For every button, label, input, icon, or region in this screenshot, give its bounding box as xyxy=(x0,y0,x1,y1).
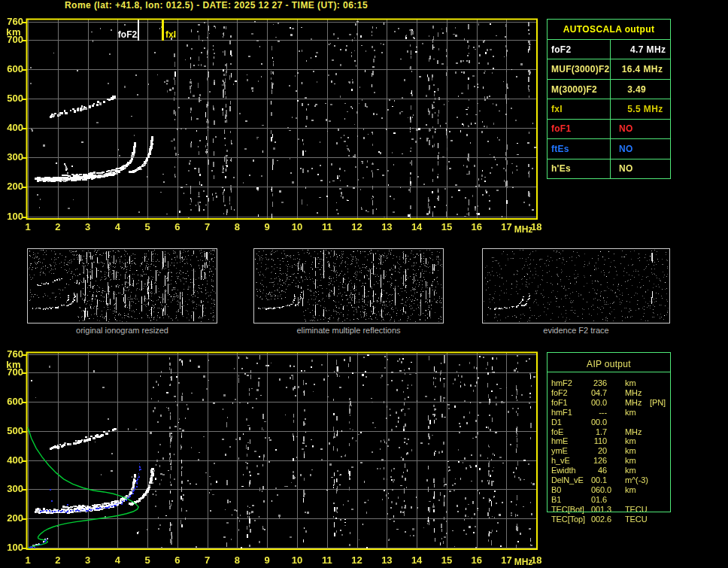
aip-unit: MHz xyxy=(625,427,650,437)
x-tick-label-bot: 12 xyxy=(346,555,369,565)
x-tick-label-bot: 6 xyxy=(166,555,189,565)
aip-value: 00.0 xyxy=(591,398,607,408)
aip-row-fof2: foF204.7MHz xyxy=(551,388,666,398)
autoscala-row-label: foF2 xyxy=(548,40,611,59)
x-tick-label-top: 1 xyxy=(17,222,39,232)
aip-value: 20 xyxy=(591,446,607,456)
autoscala-row-value: 4.7 MHz xyxy=(611,44,670,55)
y-tick-label-bot: 200 xyxy=(0,513,23,524)
aip-row-foe: foE1.7MHz xyxy=(551,427,666,437)
aip-value: 126 xyxy=(591,456,607,466)
y-tick-label-bot: 500 xyxy=(0,426,23,436)
aip-value: 00.0 xyxy=(591,418,607,427)
thumbnail-evidence-f2-trace xyxy=(482,248,670,323)
x-tick-label-top: 4 xyxy=(106,222,129,232)
y-tick-label-bot: 300 xyxy=(0,484,23,494)
autoscala-row-value: 3.49 xyxy=(611,84,670,95)
aip-value: --- xyxy=(591,408,607,418)
x-tick-label-bot: 13 xyxy=(375,555,398,565)
thumbnail-caption-original: original ionogram resized xyxy=(27,326,217,336)
aip-row-b0: B0060.0km xyxy=(551,485,666,495)
x-tick-label-top: 7 xyxy=(196,222,219,232)
aip-unit: km xyxy=(625,408,650,418)
autoscala-row-value: NO xyxy=(611,144,670,154)
aip-name: foF1 xyxy=(551,398,591,408)
y-tick-label-bot: 600 xyxy=(0,396,23,407)
autoscala-table-title: AUTOSCALA output xyxy=(548,20,670,40)
thumbnail-eliminate-reflections xyxy=(253,248,444,323)
autoscala-row-ftes: ftEsNO xyxy=(548,139,670,159)
y-tick-label-top: 100 xyxy=(0,211,23,222)
y-tick-label-top: 600 xyxy=(0,64,23,74)
aip-table-title: AIP output xyxy=(547,352,671,372)
aip-unit: TECU xyxy=(625,505,650,515)
autoscala-output-table: AUTOSCALA output foF2 4.7 MHzMUF(3000)F2… xyxy=(547,19,671,179)
aip-value: 110 xyxy=(591,436,607,446)
aip-value: 46 xyxy=(591,466,607,475)
x-tick-label-bot: 15 xyxy=(435,555,458,565)
aip-name: DelN_vE xyxy=(551,475,591,485)
y-axis-name-top: km xyxy=(0,27,21,38)
x-axis-name-bot: MHz xyxy=(512,557,535,567)
aip-name: TEC[Top] xyxy=(551,515,591,524)
y-tick-label-top: 760 xyxy=(0,17,23,27)
y-axis-name-bot: km xyxy=(0,360,21,370)
x-tick-label-top: 16 xyxy=(466,222,488,232)
thumbnail-original-ionogram xyxy=(27,248,217,323)
aip-name: B0 xyxy=(551,485,591,495)
x-tick-label-top: 14 xyxy=(405,222,428,232)
aip-name: ymE xyxy=(551,446,591,456)
aip-row-tectop: TEC[Top]002.6TECU xyxy=(551,515,666,524)
autoscala-row-label: h'Es xyxy=(548,159,611,178)
x-tick-label-top: 11 xyxy=(316,222,338,232)
aip-unit: km xyxy=(625,436,650,446)
x-tick-label-bot: 8 xyxy=(226,555,248,565)
aip-value: 00.1 xyxy=(591,475,607,485)
aip-unit: MHz xyxy=(625,398,650,408)
x-tick-label-top: 10 xyxy=(286,222,308,232)
x-tick-label-top: 6 xyxy=(166,222,189,232)
autoscala-row-m3000f2: M(3000)F2 3.49 xyxy=(548,80,670,99)
aip-value: 236 xyxy=(591,378,607,388)
aip-unit: km xyxy=(625,378,650,388)
x-tick-label-bot: 11 xyxy=(316,555,338,565)
x-tick-label-bot: 4 xyxy=(106,555,129,565)
aip-unit: km xyxy=(625,466,650,475)
autoscala-row-fof1: foF1NO xyxy=(548,120,670,139)
aip-unit: km xyxy=(625,485,650,495)
x-tick-label-bot: 2 xyxy=(47,555,69,565)
y-tick-label-bot: 400 xyxy=(0,455,23,466)
x-axis-name-top: MHz xyxy=(512,225,535,235)
autoscala-row-muf3000f2: MUF(3000)F2 16.4 MHz xyxy=(548,59,670,79)
aip-name: D1 xyxy=(551,418,591,427)
x-tick-label-bot: 1 xyxy=(17,555,39,565)
aip-row-delnve: DelN_vE00.1m^(-3) xyxy=(551,475,666,485)
y-tick-label-bot: 100 xyxy=(0,542,23,553)
x-tick-label-top: 2 xyxy=(47,222,69,232)
aip-unit xyxy=(625,418,650,427)
aip-name: hmF1 xyxy=(551,408,591,418)
aip-row-fof1: foF100.0MHz[PN] xyxy=(551,398,666,408)
aip-row-ewidth: Ewidth46km xyxy=(551,466,666,475)
x-tick-label-bot: 10 xyxy=(286,555,308,565)
aip-value: 001.3 xyxy=(591,505,607,515)
aip-name: Ewidth xyxy=(551,466,591,475)
autoscala-row-label: ftEs xyxy=(548,139,611,158)
x-tick-label-top: 13 xyxy=(375,222,398,232)
aip-unit: m^(-3) xyxy=(625,475,650,485)
aip-header-divider xyxy=(547,372,671,372)
aip-name: TEC[Bot] xyxy=(551,505,591,515)
aip-row-b1: B101.6 xyxy=(551,495,666,505)
autoscala-row-hes: h'EsNO xyxy=(548,159,670,178)
autoscala-row-value: NO xyxy=(611,163,670,174)
aip-table-rows: hmF2236kmfoF204.7MHzfoF100.0MHz[PN]hmF1-… xyxy=(551,378,666,524)
autoscala-window: Rome (lat: +41.8, lon: 012.5) - DATE: 20… xyxy=(0,0,728,568)
x-tick-label-bot: 16 xyxy=(466,555,488,565)
x-tick-label-top: 3 xyxy=(77,222,99,232)
thumbnail-caption-eliminate: eliminate multiple reflections xyxy=(253,326,444,336)
autoscala-row-label: MUF(3000)F2 xyxy=(548,59,611,78)
aip-unit: MHz xyxy=(625,388,650,398)
autoscala-row-fxi: fxI 5.5 MHz xyxy=(548,99,670,119)
aip-row-d1: D100.0 xyxy=(551,418,666,427)
x-tick-label-bot: 5 xyxy=(136,555,159,565)
